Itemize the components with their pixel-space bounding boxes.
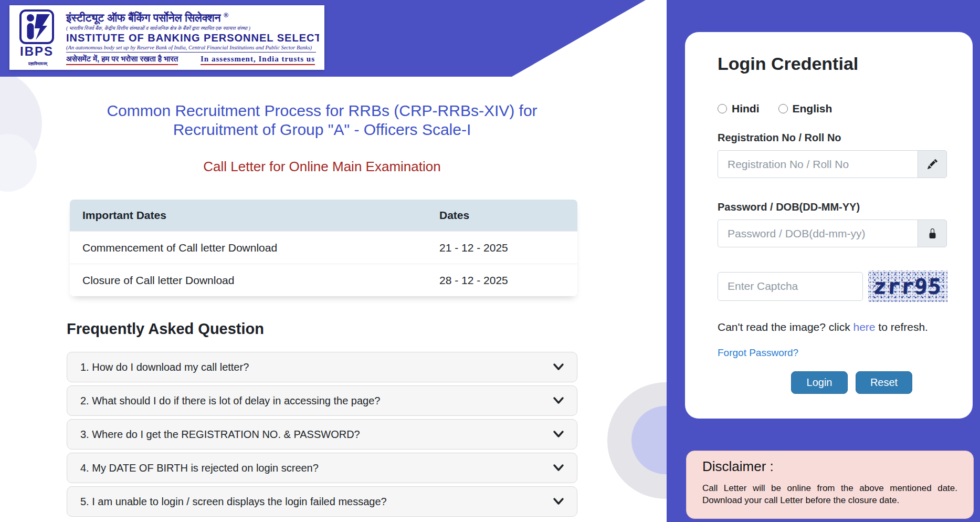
svg-text:IBPS: IBPS bbox=[20, 44, 54, 58]
refresh-text-after: to refresh. bbox=[878, 321, 928, 333]
page-title: Common Recruitment Process for RRBs (CRP… bbox=[67, 101, 577, 139]
faq-question: 3. Where do I get the REGISTRATION NO. &… bbox=[80, 429, 360, 441]
login-button[interactable]: Login bbox=[791, 371, 848, 394]
faq-question: 5. I am unable to login / screen display… bbox=[80, 496, 387, 508]
disclaimer-heading: Disclaimer : bbox=[702, 458, 957, 475]
table-cell-event: Commencement of Call letter Download bbox=[70, 242, 439, 254]
table-cell-date: 21 - 12 - 2025 bbox=[439, 242, 577, 254]
page: IBPS प्रज्ञाविभावनम् इंस्टीट्यूट ऑफ बैंक… bbox=[0, 0, 980, 522]
tagline-hindi: असेसमेंट में, हम पर भरोसा रखता है भारत bbox=[66, 54, 178, 65]
table-header-dates: Dates bbox=[439, 209, 577, 222]
org-name-hindi: इंस्टीट्यूट ऑफ बैंकिंग पर्सोनेल सिलेक्शन… bbox=[66, 8, 319, 25]
org-subtitle-english: (An autonomous body set up by Reserve Ba… bbox=[66, 44, 319, 51]
english-radio-label: English bbox=[793, 102, 833, 115]
captcha-refresh-line: Can't read the image? click here to refr… bbox=[718, 321, 947, 333]
ibps-logo-icon: IBPS bbox=[18, 8, 57, 61]
hindi-radio-label: Hindi bbox=[732, 102, 760, 115]
disclaimer-body: Call Letter will be online from the abov… bbox=[702, 483, 957, 507]
logo-text-block: इंस्टीट्यूट ऑफ बैंकिंग पर्सोनेल सिलेक्शन… bbox=[59, 8, 319, 67]
faq-question: 2. What should I do if there is lot of d… bbox=[80, 395, 380, 407]
table-cell-event: Closure of Call letter Download bbox=[70, 274, 439, 287]
logo-motto: प्रज्ञाविभावनम् bbox=[28, 61, 47, 67]
faq-item-3[interactable]: 3. Where do I get the REGISTRATION NO. &… bbox=[67, 419, 577, 450]
english-radio[interactable] bbox=[778, 104, 788, 113]
chevron-down-icon bbox=[553, 430, 564, 439]
captcha-row: zrr95 bbox=[718, 270, 947, 302]
captcha-refresh-link[interactable]: here bbox=[853, 321, 875, 333]
password-label: Password / DOB(DD-MM-YY) bbox=[718, 201, 947, 213]
password-input[interactable] bbox=[718, 220, 918, 247]
page-title-line1: Common Recruitment Process for RRBs (CRP… bbox=[67, 101, 577, 120]
org-name-english: INSTITUTE OF BANKING PERSONNEL SELECTION bbox=[66, 32, 319, 44]
table-row: Commencement of Call letter Download 21 … bbox=[70, 231, 577, 264]
faq-item-1[interactable]: 1. How do I download my call letter? bbox=[67, 352, 577, 382]
org-subtitle-hindi: ( भारतीय रिजर्व बैंक, केंद्रीय वित्तीय स… bbox=[66, 25, 319, 32]
logo-divider bbox=[66, 52, 316, 53]
table-cell-date: 28 - 12 - 2025 bbox=[439, 274, 577, 287]
login-panel-background: Login Credential Hindi English Registrat… bbox=[667, 0, 980, 522]
ibps-logo-mark: IBPS प्रज्ञाविभावनम् bbox=[17, 8, 59, 67]
pencil-icon bbox=[928, 159, 937, 169]
login-title: Login Credential bbox=[718, 53, 947, 74]
language-selector: Hindi English bbox=[718, 102, 947, 115]
table-row: Closure of Call letter Download 28 - 12 … bbox=[70, 264, 577, 296]
lock-icon bbox=[928, 228, 937, 238]
faq-item-4[interactable]: 4. My DATE OF BIRTH is rejected on login… bbox=[67, 453, 577, 483]
reset-button[interactable]: Reset bbox=[856, 371, 912, 394]
ibps-header-logo: IBPS प्रज्ञाविभावनम् इंस्टीट्यूट ऑफ बैंक… bbox=[9, 5, 324, 70]
registered-mark: ® bbox=[224, 12, 228, 19]
tagline-row: असेसमेंट में, हम पर भरोसा रखता है भारत I… bbox=[66, 54, 319, 65]
refresh-text-before: Can't read the image? click bbox=[718, 321, 850, 333]
registration-input-group bbox=[718, 150, 947, 178]
registration-input-addon bbox=[918, 150, 947, 178]
faq-heading: Frequently Asked Question bbox=[67, 320, 264, 338]
org-name-hindi-text: इंस्टीट्यूट ऑफ बैंकिंग पर्सोनेल सिलेक्शन bbox=[66, 12, 221, 24]
chevron-down-icon bbox=[553, 463, 564, 473]
language-option-hindi[interactable]: Hindi bbox=[718, 102, 760, 115]
faq-item-5[interactable]: 5. I am unable to login / screen display… bbox=[67, 486, 577, 517]
faq-item-2[interactable]: 2. What should I do if there is lot of d… bbox=[67, 385, 577, 416]
forgot-password-link[interactable]: Forgot Password? bbox=[718, 347, 798, 359]
captcha-image: zrr95 bbox=[868, 270, 947, 302]
exam-subtitle: Call Letter for Online Main Examination bbox=[67, 159, 577, 175]
login-button-row: Login Reset bbox=[718, 371, 912, 394]
main-content: Common Recruitment Process for RRBs (CRP… bbox=[67, 0, 577, 522]
registration-input[interactable] bbox=[718, 150, 918, 178]
language-option-english[interactable]: English bbox=[778, 102, 833, 115]
hindi-radio[interactable] bbox=[718, 104, 727, 113]
captcha-text: zrr95 bbox=[873, 274, 943, 298]
chevron-down-icon bbox=[553, 396, 564, 405]
chevron-down-icon bbox=[553, 497, 564, 506]
registration-label: Registration No / Roll No bbox=[718, 132, 947, 144]
password-input-group bbox=[718, 220, 947, 247]
password-input-addon bbox=[918, 220, 947, 247]
tagline-english: In assessment, India trusts us bbox=[201, 55, 315, 65]
disclaimer-panel: Disclaimer : Call Letter will be online … bbox=[686, 451, 974, 519]
page-title-line2: Recruitment of Group "A" - Officers Scal… bbox=[67, 120, 577, 139]
table-header-row: Important Dates Dates bbox=[70, 200, 577, 231]
captcha-input[interactable] bbox=[718, 272, 863, 301]
important-dates-table: Important Dates Dates Commencement of Ca… bbox=[70, 200, 577, 296]
login-card: Login Credential Hindi English Registrat… bbox=[685, 32, 973, 419]
faq-question: 1. How do I download my call letter? bbox=[80, 361, 249, 373]
faq-question: 4. My DATE OF BIRTH is rejected on login… bbox=[80, 462, 319, 474]
table-header-important-dates: Important Dates bbox=[70, 209, 439, 222]
chevron-down-icon bbox=[553, 362, 564, 372]
